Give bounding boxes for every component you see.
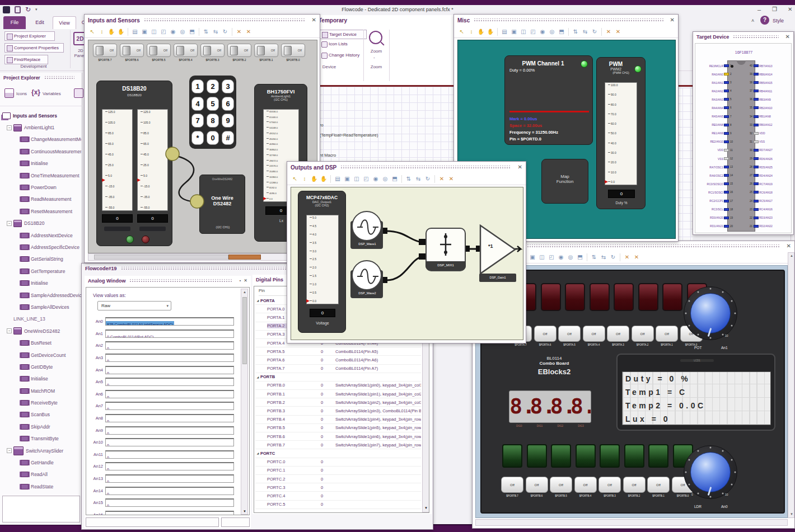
pwm-slider-scale[interactable]: 100.090.080.070.060.050.040.030.020.010.… <box>605 82 637 185</box>
chip-pin[interactable]: 25 RC6/AN18 <box>746 188 791 196</box>
chip-pin[interactable]: 39 RB6/AN14 <box>746 70 791 78</box>
scroll-down-icon[interactable]: ▼ <box>790 512 793 516</box>
analog-channel-row[interactable]: An15 0 <box>87 497 237 509</box>
green-push-button[interactable] <box>551 444 571 468</box>
zoom-minus[interactable]: - <box>373 55 375 60</box>
toolbar-icon[interactable]: ↖ <box>458 27 466 36</box>
tree-item[interactable]: ResetMeasurement <box>1 205 81 217</box>
chip-pin[interactable]: RA1/AN1 3 <box>696 78 737 87</box>
chip-pin[interactable]: RE0/AN8 8 <box>696 121 737 129</box>
tree-item[interactable]: MatchROM <box>1 385 81 397</box>
keypad-key[interactable]: 3 <box>222 79 234 93</box>
digital-pin-row[interactable]: PORTC.4 0 <box>255 492 421 500</box>
switch-body[interactable]: Off <box>120 44 144 57</box>
panel-drag-handle[interactable] <box>44 76 74 80</box>
keypad-key[interactable]: * <box>191 131 204 145</box>
temporary-tab[interactable]: Temporary <box>319 17 347 23</box>
digital-pin-row[interactable]: ◢ PORTC <box>255 449 421 458</box>
window-drag-handle[interactable] <box>340 166 511 170</box>
green-push-button[interactable] <box>527 444 547 468</box>
scroll-down-icon[interactable]: ▼ <box>424 506 428 510</box>
tree-expander-icon[interactable]: − <box>7 221 12 226</box>
macros-icon[interactable] <box>74 88 83 98</box>
chip-pin[interactable]: 34 RB1/AN8 <box>746 112 791 121</box>
analog-scrollbar[interactable]: ▲ ▼ <box>241 289 248 515</box>
slide-switch[interactable]: Off $PORTB.2 <box>227 44 251 62</box>
minimize-button[interactable]: – <box>757 7 761 12</box>
analog-value-field[interactable]: 0 <box>105 450 234 459</box>
toolbar-icon[interactable]: ⇅ <box>405 175 413 183</box>
toolbar-icon[interactable]: ⇅ <box>202 27 210 36</box>
analog-value-field[interactable]: 0 <box>105 378 234 386</box>
tree-expander-icon[interactable]: − <box>7 328 12 333</box>
quick-access-more-icon[interactable]: ▾ <box>35 7 38 12</box>
toolbar-icon[interactable] <box>128 28 128 36</box>
toolbar-icon[interactable] <box>568 28 569 36</box>
analog-value-field[interactable]: 0 <box>105 511 234 515</box>
port-switch[interactable]: Off $PORTA.4 <box>583 326 605 346</box>
off-button[interactable]: Off <box>623 477 646 493</box>
toolbar-icon[interactable]: ✕ <box>438 175 446 183</box>
toolbar-icon[interactable]: ⬒ <box>576 253 584 261</box>
switch-handle[interactable] <box>96 46 104 55</box>
green-push-button[interactable] <box>576 444 596 468</box>
toolbar-icon[interactable]: ▤ <box>501 27 508 36</box>
analog-value-field[interactable]: 825 ComboBL0114(LightSensor ADC) <box>105 317 234 326</box>
keypad-key[interactable]: # <box>222 131 234 145</box>
analog-channel-row[interactable]: An7 0 <box>87 400 237 412</box>
close-icon[interactable]: ✕ <box>785 34 790 40</box>
off-button[interactable]: Off <box>598 477 621 493</box>
toolbar-icon[interactable]: ↖ <box>291 175 299 183</box>
tree-item[interactable]: LINK_LINE_13 <box>1 313 81 325</box>
window-drag-handle[interactable] <box>144 18 305 22</box>
tree-item[interactable]: GetDeviceCount <box>1 349 81 361</box>
port-switch[interactable]: Off $PORTB.4 <box>574 477 597 497</box>
tree-item[interactable]: GetHandle <box>1 456 81 468</box>
chip-pin[interactable]: 28 RD5/AN25 <box>746 163 791 171</box>
chip-pin[interactable]: RE3/MCLR 1 <box>696 62 737 70</box>
toolbar-icon[interactable] <box>587 253 587 261</box>
chip-pin[interactable]: RA2/AN2 4 <box>696 87 737 95</box>
tree-item[interactable]: Initialise <box>1 373 81 385</box>
chip-pin[interactable]: RC0/SOSCO 15 <box>696 180 737 188</box>
analog-channel-row[interactable]: An9 0 <box>87 424 237 436</box>
chip-pin[interactable]: RE1/AN9 9 <box>696 129 737 138</box>
analog-value-field[interactable]: 0 <box>105 366 234 374</box>
tree-item[interactable]: SampleAddressedDevice <box>1 289 81 301</box>
dac-slider[interactable]: 5.04.54.03.53.02.52.01.51.00.50.0 <box>306 215 339 304</box>
icons-view-label[interactable]: Icons <box>16 91 27 96</box>
port-switch[interactable]: Off $PORTA.3 <box>607 326 629 346</box>
toolbar-icon[interactable]: ◫ <box>150 27 158 36</box>
slide-switch[interactable]: Off $PORTB.7 <box>93 44 117 62</box>
toolbar-icon[interactable]: ✋ <box>310 175 318 183</box>
chip-pin[interactable]: 31 VSS <box>746 138 791 146</box>
variables-label[interactable]: Variables <box>43 91 61 96</box>
tree-expander-icon[interactable]: − <box>7 125 12 130</box>
toolbar-icon[interactable]: ⇅ <box>590 253 598 261</box>
toolbar-icon[interactable]: ◉ <box>169 27 177 36</box>
target-device-ribbon-button[interactable]: Target Device <box>320 30 367 39</box>
keypad-key[interactable]: 6 <box>222 97 234 111</box>
analog-value-field[interactable]: 0 ComboBL0114(Pot ADC) <box>105 329 234 338</box>
slider-marker[interactable] <box>263 197 266 200</box>
port-switch[interactable]: Off $PORTB.3 <box>598 477 621 497</box>
digital-pin-row[interactable]: PORTB.5 0 SwitchArraySlide1(pin5), keypa… <box>255 424 421 432</box>
scrollbar-thumb[interactable] <box>242 297 247 364</box>
toolbar-icon[interactable] <box>434 175 435 183</box>
save-icon[interactable] <box>15 6 21 13</box>
tree-item[interactable]: Initialise <box>1 277 81 289</box>
port-switch[interactable]: Off $PORTB.6 <box>526 477 548 497</box>
chip-pin[interactable]: RA4/AN4 6 <box>696 103 737 112</box>
dsp-gain-component[interactable]: *1 DSP_Gain1 <box>479 224 523 287</box>
toolbar-icon[interactable]: ◎ <box>548 27 556 36</box>
switch-handle[interactable] <box>203 46 211 55</box>
off-button[interactable]: Off <box>656 326 678 342</box>
toolbar-icon[interactable]: ✕ <box>245 27 252 36</box>
toolbar-icon[interactable]: ▣ <box>141 27 148 36</box>
tree-item[interactable]: GetIDByte <box>1 361 81 373</box>
tree-item[interactable]: ScanBus <box>1 409 81 421</box>
tab-edit[interactable]: Edit <box>29 16 50 29</box>
switch-handle[interactable] <box>284 46 292 55</box>
board-horizontal-scrollbar[interactable] <box>475 519 788 526</box>
off-button[interactable]: Off <box>583 326 605 342</box>
